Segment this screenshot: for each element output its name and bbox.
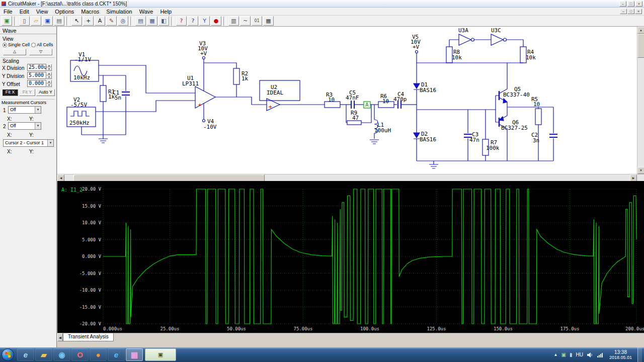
schematic-wires[interactable] (67, 34, 557, 168)
cell-next-button[interactable]: ▽ (29, 49, 52, 55)
scrollbar-thumb[interactable] (637, 34, 644, 58)
d1-diode[interactable] (414, 83, 420, 88)
waveform-button[interactable]: ~ (240, 16, 251, 26)
cursor-diff-select[interactable]: Cursor 2 - Cursor 1▼ (3, 139, 54, 147)
cell-prev-button[interactable]: △ (3, 49, 26, 55)
sheet-button[interactable]: ▤ (135, 16, 146, 26)
ground-symbol[interactable] (370, 133, 379, 144)
menu-wave[interactable]: Wave (136, 8, 157, 15)
c1-capacitor[interactable] (122, 92, 130, 95)
select-tool[interactable]: ↖ (71, 16, 82, 26)
waveform-plot[interactable]: 20.00 V15.00 V10.00 V5.000 V0.000 V-5.00… (57, 181, 644, 333)
stop-button[interactable]: ● (211, 16, 221, 26)
auto-y-button[interactable]: Auto Y (36, 89, 55, 96)
tray-app-icon[interactable]: ▮ (570, 352, 573, 357)
mdi-minimize-button[interactable]: – (620, 9, 627, 14)
schematic-area[interactable]: V1-1/1V10kHzV2-5/5V250kHzR11kC15nU1LP311… (57, 27, 644, 174)
d2-diode[interactable] (414, 133, 420, 138)
scroll-left-button[interactable]: ◀ (57, 174, 64, 182)
split-view-button[interactable]: ◧ (158, 16, 169, 26)
wire-tool[interactable]: + (83, 16, 94, 26)
edit-tool[interactable]: ✎ (106, 16, 117, 26)
print-button[interactable]: ▤ (54, 16, 64, 26)
scroll-right-button[interactable]: ▶ (630, 174, 637, 182)
mdi-close-button[interactable]: × (635, 9, 642, 14)
tab-transient-analysis[interactable]: Transient Analysis (63, 333, 114, 341)
show-desktop-button[interactable] (637, 347, 642, 362)
volume-icon[interactable] (587, 352, 593, 358)
scroll-up-button[interactable]: ▲ (637, 27, 644, 34)
y-division-spinner[interactable]: ▲▼ (46, 72, 52, 79)
clock[interactable]: 13:38 2018.05.01 (607, 349, 634, 360)
language-indicator[interactable]: HU (576, 352, 583, 357)
help-button[interactable]: ? (188, 16, 198, 26)
menu-edit[interactable]: Edit (16, 8, 33, 15)
explorer-folder-icon[interactable]: ▰ (35, 348, 52, 361)
radio-all-cells[interactable]: All Cells (31, 42, 53, 47)
c5-capacitor[interactable] (351, 101, 354, 109)
schematic-horizontal-scrollbar[interactable]: ◀ ▶ (57, 174, 644, 181)
internet-explorer-icon[interactable]: e (17, 348, 34, 361)
menu-file[interactable]: File (0, 8, 16, 15)
mdi-restore-button[interactable]: □ (627, 9, 634, 14)
cursor1-select[interactable]: Off▼ (8, 106, 41, 114)
fit-x-button[interactable]: Fit X (2, 89, 18, 96)
r9-resistor[interactable] (347, 121, 361, 125)
restore-button[interactable]: □ (627, 1, 634, 7)
opera-icon[interactable]: O (71, 348, 89, 361)
circuitmaker-icon[interactable]: ▦ (126, 348, 143, 361)
v3-node[interactable] (203, 57, 205, 59)
cursor2-select[interactable]: Off▼ (8, 122, 41, 130)
chevron-down-icon[interactable]: ▼ (35, 107, 41, 113)
menu-options[interactable]: Options (51, 8, 77, 15)
open-window-button[interactable]: ▣ (145, 348, 176, 361)
c2-capacitor[interactable] (549, 134, 557, 137)
board-button[interactable]: ▣ (2, 16, 12, 26)
menu-view[interactable]: View (33, 8, 52, 15)
x-division-spinner[interactable]: ▲▼ (46, 64, 52, 71)
close-button[interactable]: × (635, 1, 642, 7)
r5-resistor[interactable] (535, 109, 541, 125)
network-icon[interactable] (597, 352, 604, 358)
u3c-inverter[interactable] (491, 34, 503, 45)
tray-app-icon[interactable]: ▣ (561, 352, 566, 357)
waveform-viewer[interactable]: A: I1_2 20.00 V15.00 V10.00 V5.000 V0.00… (57, 181, 644, 333)
tab-scroll-left-button[interactable]: ◀ (57, 333, 63, 341)
menu-simulation[interactable]: Simulation (103, 8, 135, 15)
new-file-button[interactable]: ▯ (19, 16, 30, 26)
x-division-input[interactable]: 25.00u (27, 64, 46, 71)
u3a-inverter[interactable] (459, 34, 471, 45)
schematic-canvas[interactable]: V1-1/1V10kHzV2-5/5V250kHzR11kC15nU1LP311… (57, 27, 637, 174)
start-button[interactable] (2, 348, 14, 361)
menu-macros[interactable]: Macros (77, 8, 103, 15)
text-tool[interactable]: A (95, 16, 105, 26)
grid-button[interactable]: ▦ (263, 16, 274, 26)
y-offset-spinner[interactable]: ▲▼ (46, 80, 52, 87)
ground-symbol[interactable] (429, 161, 438, 168)
r2-resistor[interactable] (233, 68, 239, 84)
probe-tool[interactable]: Y (199, 16, 210, 26)
media-player-icon[interactable]: ◉ (53, 348, 70, 361)
minimize-button[interactable]: – (619, 1, 626, 7)
schematic-vertical-scrollbar[interactable]: ▲ ▼ (637, 27, 644, 174)
y-division-input[interactable]: 5.000 (27, 72, 46, 79)
menu-help[interactable]: Help (156, 8, 175, 15)
chevron-down-icon[interactable]: ▼ (35, 123, 41, 129)
open-file-button[interactable]: ▱ (31, 16, 41, 26)
q5-transistor[interactable] (499, 63, 507, 94)
fit-y-button[interactable]: Fit Y (19, 89, 35, 96)
chip-button[interactable]: ▥ (228, 16, 239, 26)
chevron-down-icon[interactable]: ▼ (47, 140, 53, 146)
firefox-icon[interactable]: ● (90, 348, 107, 361)
ground-symbol[interactable] (99, 135, 108, 143)
v4-node[interactable] (203, 120, 205, 122)
browser-icon[interactable]: e (108, 348, 125, 361)
scrollbar-thumb[interactable] (73, 174, 265, 182)
digital-button[interactable]: 01 (252, 16, 262, 26)
multi-sheet-button[interactable]: ▦ (147, 16, 157, 26)
scroll-down-button[interactable]: ▼ (637, 167, 644, 174)
r1-resistor[interactable] (100, 85, 106, 102)
radio-single-cell[interactable]: Single Cell (3, 42, 30, 47)
zoom-tool[interactable]: ◎ (118, 16, 128, 26)
quick-help-button[interactable]: ? (176, 16, 187, 26)
